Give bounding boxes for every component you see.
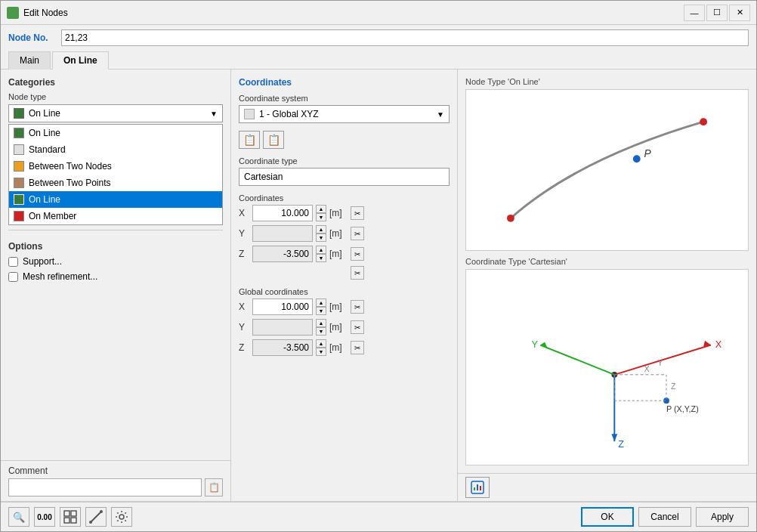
dropdown-item-standard[interactable]: Standard: [9, 141, 222, 158]
x-lock[interactable]: ✂: [351, 206, 364, 220]
support-checkbox[interactable]: [8, 257, 18, 267]
settings-icon: [115, 510, 128, 524]
coord-system-select[interactable]: 1 - Global XYZ ▼: [239, 105, 450, 123]
apply-button[interactable]: Apply: [696, 507, 749, 527]
gx-stepper: ▲ ▼: [316, 298, 326, 315]
gz-down[interactable]: ▼: [316, 348, 326, 356]
gcoord-y-row: Y ▲ ▼ [m] ✂: [239, 319, 450, 336]
swatch-between-nodes: [14, 161, 24, 172]
gx-down[interactable]: ▼: [316, 307, 326, 315]
z-down[interactable]: ▼: [316, 254, 326, 262]
gz-unit: [m]: [329, 342, 348, 353]
lines-btn[interactable]: [85, 507, 107, 527]
node-no-row: Node No.: [1, 25, 756, 51]
swatch-on-line: [14, 194, 24, 205]
y-up[interactable]: ▲: [316, 225, 326, 234]
swatch-standard: [14, 144, 24, 155]
x-up[interactable]: ▲: [316, 205, 326, 213]
mesh-checkbox[interactable]: [8, 272, 18, 282]
z-up[interactable]: ▲: [316, 246, 326, 254]
panels-main: Categories Node type On Line ▼ On Line: [1, 70, 756, 501]
diagram-action-btn[interactable]: [465, 477, 490, 498]
dropdown-item-on-member[interactable]: On Member: [9, 208, 222, 224]
x-label: X: [239, 208, 249, 218]
mesh-row: Mesh refinement...: [8, 271, 223, 282]
gy-lock[interactable]: ✂: [351, 320, 364, 334]
gz-lock[interactable]: ✂: [351, 341, 364, 354]
mesh-label: Mesh refinement...: [23, 271, 97, 282]
svg-text:Z: Z: [618, 438, 624, 450]
gx-unit: [m]: [329, 302, 348, 312]
paste-icon-btn[interactable]: 📋: [263, 131, 284, 149]
z-lock[interactable]: ✂: [351, 247, 364, 261]
gx-lock[interactable]: ✂: [351, 300, 364, 314]
svg-point-1: [700, 118, 707, 125]
dropdown-item-online[interactable]: On Line: [9, 125, 222, 141]
gz-input[interactable]: [252, 339, 313, 356]
close-button[interactable]: ✕: [729, 5, 750, 21]
gcoord-x-row: X ▲ ▼ [m] ✂: [239, 298, 450, 315]
minimize-button[interactable]: —: [684, 5, 705, 21]
comment-input[interactable]: [8, 478, 202, 496]
gx-up[interactable]: ▲: [316, 298, 326, 307]
main-window: Edit Nodes — ☐ ✕ Node No. Main On Line C…: [0, 0, 757, 532]
gy-input[interactable]: [252, 319, 313, 336]
y-stepper: ▲ ▼: [316, 225, 326, 242]
item-label: Between Two Nodes: [29, 161, 112, 172]
gx-input[interactable]: [252, 298, 313, 315]
settings-btn[interactable]: [111, 507, 132, 527]
swatch-between-points: [14, 178, 24, 188]
svg-rect-27: [64, 511, 70, 516]
x-down[interactable]: ▼: [316, 213, 326, 221]
gz-stepper: ▲ ▼: [316, 339, 326, 356]
comment-btn[interactable]: 📋: [205, 478, 223, 496]
gy-up[interactable]: ▲: [316, 319, 326, 327]
comment-label: Comment: [8, 466, 223, 476]
support-label: Support...: [23, 256, 62, 267]
comment-row: 📋: [8, 478, 223, 496]
gy-down[interactable]: ▼: [316, 327, 326, 336]
cancel-button[interactable]: Cancel: [638, 507, 691, 527]
diagram2-svg: X Y Z: [466, 270, 748, 465]
y-input[interactable]: [252, 225, 313, 242]
tab-main[interactable]: Main: [8, 51, 51, 70]
dropdown-item-on-line-selected[interactable]: On Line: [9, 191, 222, 208]
extra-lock[interactable]: ✂: [351, 266, 364, 280]
z-label: Z: [239, 249, 249, 259]
selected-node-type: On Line: [29, 108, 60, 119]
svg-text:P: P: [644, 148, 652, 159]
x-stepper: ▲ ▼: [316, 205, 326, 221]
diagram1-section: Node Type 'On Line' P: [465, 77, 749, 251]
item-label: Standard: [29, 144, 66, 155]
middle-column: Coordinates Coordinate system 1 - Global…: [231, 70, 458, 501]
node-type-dropdown: On Line Standard Between Two Nodes Betwe…: [8, 124, 223, 225]
diagram1-svg: P: [466, 90, 748, 250]
node-no-input[interactable]: [61, 29, 749, 46]
svg-text:Y: Y: [657, 358, 663, 367]
coord-type-select[interactable]: Cartesian: [239, 168, 450, 186]
gz-up[interactable]: ▲: [316, 339, 326, 348]
tab-on-line[interactable]: On Line: [52, 51, 109, 70]
x-input[interactable]: [252, 205, 313, 221]
global-coords-group: Global coordinates X ▲ ▼ [m] ✂ Y: [239, 287, 450, 356]
dropdown-item-between-points[interactable]: Between Two Points: [9, 175, 222, 191]
y-label: Y: [239, 228, 249, 239]
search-btn[interactable]: 🔍: [8, 507, 29, 527]
svg-text:X: X: [715, 339, 722, 350]
extra-lock-row: ✂: [239, 266, 450, 280]
z-input[interactable]: [252, 246, 313, 262]
z-unit: [m]: [329, 249, 348, 259]
y-lock[interactable]: ✂: [351, 227, 364, 240]
nodes-btn[interactable]: [60, 507, 81, 527]
zero-btn[interactable]: 0.00: [34, 507, 55, 527]
dropdown-arrow: ▼: [210, 110, 218, 118]
y-down[interactable]: ▼: [316, 234, 326, 242]
node-type-selected[interactable]: On Line ▼: [8, 104, 223, 122]
coord-x-row: X ▲ ▼ [m] ✂: [239, 205, 450, 221]
copy-icon-btn[interactable]: 📋: [239, 131, 260, 149]
window-controls: — ☐ ✕: [684, 5, 750, 21]
maximize-button[interactable]: ☐: [706, 5, 728, 21]
gy-unit: [m]: [329, 322, 348, 332]
ok-button[interactable]: OK: [581, 507, 634, 527]
dropdown-item-between-nodes[interactable]: Between Two Nodes: [9, 158, 222, 175]
